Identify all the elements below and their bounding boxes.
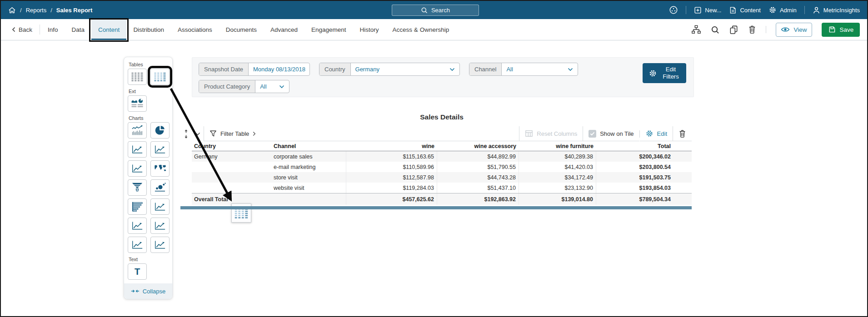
- filter-table-button[interactable]: Filter Table: [204, 126, 261, 141]
- tab-engagement[interactable]: Engagement: [304, 19, 353, 40]
- palette-item-line-chart-icon[interactable]: [128, 218, 147, 234]
- gear-icon: [645, 129, 653, 138]
- admin-menu[interactable]: Admin: [768, 6, 797, 14]
- palette-item-bar-chart-icon[interactable]: [128, 198, 147, 215]
- show-on-tile-toggle[interactable]: Show on Tile: [583, 126, 639, 141]
- table-cell: [192, 183, 269, 193]
- channel-filter[interactable]: Channel All: [469, 63, 578, 76]
- chevron-down-icon: [566, 63, 578, 75]
- snapshot-date-filter[interactable]: Snapshot Date Monday 08/13/2018: [199, 63, 310, 76]
- content-menu[interactable]: Content: [729, 6, 761, 14]
- table-element-toolbar: Filter Table Reset Columns Show on Tile …: [180, 126, 692, 141]
- breadcrumb-separator: /: [20, 7, 22, 14]
- element-palette: Tables Ext Charts: [124, 57, 173, 299]
- tab-content[interactable]: Content: [91, 19, 126, 40]
- tab-history[interactable]: History: [353, 19, 386, 40]
- table-cell: $34,172.49: [519, 172, 596, 183]
- channel-label: Channel: [469, 63, 502, 75]
- collapse-label: Collapse: [143, 288, 166, 295]
- product-category-filter[interactable]: Product Category All: [199, 80, 289, 93]
- edit-element-button[interactable]: Edit: [640, 126, 673, 141]
- chevron-down-icon: [448, 63, 459, 75]
- view-label: View: [793, 26, 807, 33]
- country-filter[interactable]: Country Germany: [319, 63, 460, 76]
- delete-element-button[interactable]: [673, 126, 692, 141]
- palette-section-charts-label: Charts: [129, 115, 169, 121]
- tab-data[interactable]: Data: [65, 19, 92, 40]
- palette-item-line-chart-icon[interactable]: [128, 160, 147, 177]
- column-header[interactable]: wine accessory: [437, 142, 519, 151]
- column-header[interactable]: wine: [346, 142, 437, 151]
- breadcrumb-item-sales-report: Sales Report: [56, 7, 92, 14]
- assistant-icon[interactable]: [669, 5, 678, 15]
- chevron-down-icon: [277, 80, 289, 93]
- tab-documents[interactable]: Documents: [219, 19, 264, 40]
- breadcrumb-item-reports[interactable]: Reports: [26, 7, 47, 14]
- save-label: Save: [840, 26, 854, 33]
- save-button[interactable]: Save: [822, 23, 860, 37]
- palette-item-line-chart-icon[interactable]: [150, 198, 170, 215]
- vertical-move-icon[interactable]: [180, 126, 192, 141]
- palette-item-line-chart-icon[interactable]: [150, 218, 170, 234]
- table-cell: $193,854.03: [596, 183, 692, 193]
- column-header[interactable]: Channel: [269, 142, 346, 151]
- palette-item-line-chart-icon[interactable]: [128, 237, 147, 253]
- edit-filters-button[interactable]: Edit Filters: [643, 63, 686, 83]
- column-header[interactable]: Country: [192, 142, 269, 151]
- palette-item-map-chart-icon[interactable]: [150, 160, 170, 177]
- account-menu[interactable]: MetricInsights: [813, 6, 860, 14]
- palette-item-bubble-chart-icon[interactable]: [150, 179, 170, 196]
- back-button[interactable]: Back: [5, 19, 39, 40]
- palette-item-table-icon[interactable]: [128, 69, 147, 85]
- palette-item-pie-chart-icon[interactable]: [150, 122, 170, 139]
- table-cell: $110,589.96: [346, 162, 437, 172]
- search-icon[interactable]: [711, 25, 719, 34]
- palette-item-line-chart-icon[interactable]: [128, 141, 147, 158]
- filter-table-label: Filter Table: [220, 130, 249, 137]
- table-cell: Overall Total: [192, 193, 269, 205]
- table-cell: $51,437.10: [437, 183, 519, 193]
- floppy-icon: [828, 25, 836, 34]
- palette-item-funnel-chart-icon[interactable]: [128, 179, 147, 196]
- palette-section-text-label: Text: [129, 257, 169, 262]
- palette-section-tables-label: Tables: [129, 62, 169, 67]
- trash-icon: [678, 129, 686, 138]
- tab-advanced[interactable]: Advanced: [264, 19, 304, 40]
- palette-item-dimensioned-table-icon[interactable]: [150, 69, 170, 85]
- view-button[interactable]: View: [776, 23, 812, 37]
- global-search-input[interactable]: Search: [392, 5, 479, 16]
- home-icon[interactable]: [8, 7, 16, 14]
- edit-filters-label: Edit Filters: [661, 66, 680, 81]
- palette-item-text-icon[interactable]: T: [128, 263, 147, 280]
- reset-columns-button[interactable]: Reset Columns: [519, 126, 583, 141]
- report-tab-bar: Back Info Data Content Distribution Asso…: [1, 19, 867, 40]
- navbar-actions: New... Content Admin MetricInsights: [669, 5, 860, 15]
- tab-info[interactable]: Info: [41, 19, 65, 40]
- column-header[interactable]: Total: [596, 142, 692, 151]
- palette-item-combo-chart-icon[interactable]: [128, 122, 147, 139]
- country-label: Country: [319, 63, 351, 75]
- breadcrumb-separator: /: [50, 7, 52, 14]
- tab-access-ownership[interactable]: Access & Ownership: [386, 19, 456, 40]
- eye-icon: [781, 26, 790, 33]
- table-cell: $119,284.03: [346, 183, 437, 193]
- chevron-down-icon[interactable]: [192, 126, 204, 141]
- palette-item-line-chart-icon[interactable]: [150, 141, 170, 158]
- checkbox-checked-icon[interactable]: [589, 130, 596, 138]
- collapse-arrows-icon: [131, 288, 140, 294]
- new-button[interactable]: New...: [694, 6, 721, 14]
- column-header[interactable]: wine furniture: [519, 142, 596, 151]
- new-label: New...: [705, 7, 721, 14]
- table-cell: $115,163.65: [346, 151, 437, 162]
- collapse-palette-button[interactable]: Collapse: [124, 283, 172, 299]
- palette-item-external-report-icon[interactable]: [128, 95, 147, 112]
- palette-item-line-chart-icon[interactable]: [150, 237, 170, 253]
- copy-icon[interactable]: [729, 25, 738, 35]
- chevron-right-icon: [253, 131, 256, 136]
- sitemap-icon[interactable]: [691, 25, 701, 34]
- tab-distribution[interactable]: Distribution: [126, 19, 171, 40]
- tab-associations[interactable]: Associations: [171, 19, 219, 40]
- table-cell: $457,625.62: [346, 193, 437, 205]
- trash-icon[interactable]: [748, 25, 756, 34]
- table-cell: $51,790.55: [437, 162, 519, 172]
